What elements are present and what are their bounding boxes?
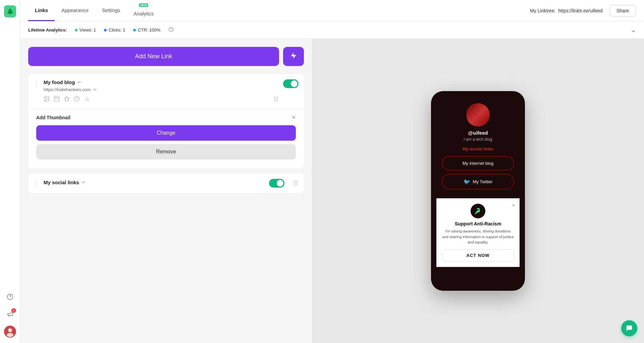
ctr-dot xyxy=(133,29,136,31)
phone-avatar xyxy=(466,103,490,127)
views-dot xyxy=(75,29,77,31)
clicks-dot xyxy=(104,29,107,31)
app-logo[interactable]: 🌲 xyxy=(4,5,16,17)
cause-title: Support Anti-Racism xyxy=(455,221,501,226)
food-blog-link-card: ⋮ My food blog ✏ https://indiehackers.co… xyxy=(28,74,304,168)
megaphone-icon[interactable]: 3 xyxy=(4,308,16,320)
top-nav: Links Appearance Settings NEW Analytics … xyxy=(20,0,644,21)
linktree-url-link[interactable]: https://linktr.ee/uifeed xyxy=(558,8,602,13)
phone-frame: @uifeed I am a tech blog My social links… xyxy=(431,91,525,291)
ctr-stat: CTR: 100% xyxy=(133,27,160,32)
cause-cta-button[interactable]: ACT NOW xyxy=(442,249,514,262)
svg-point-3 xyxy=(8,328,12,332)
edit-title-icon[interactable]: ✏ xyxy=(77,80,81,85)
social-links-content: My social links ✏ xyxy=(44,180,265,187)
phone-screen: @uifeed I am a tech blog My social links… xyxy=(436,96,520,284)
link-content: My food blog ✏ https://indiehackers.com … xyxy=(44,79,279,103)
analytics-label: Lifetime Analytics: xyxy=(28,27,67,32)
svg-point-8 xyxy=(45,97,46,98)
social-toggle[interactable] xyxy=(269,179,284,188)
share-button[interactable]: Share xyxy=(609,5,636,16)
change-thumbnail-button[interactable]: Change xyxy=(36,125,296,141)
edit-social-icon[interactable]: ✏ xyxy=(82,180,86,185)
analytics-bar: Lifetime Analytics: Views: 1 Clicks: 1 C… xyxy=(20,21,644,39)
nav-tabs: Links Appearance Settings NEW Analytics xyxy=(28,0,160,21)
cause-chevron-icon[interactable]: ⌄ xyxy=(511,201,516,207)
notification-badge: 3 xyxy=(11,308,16,313)
social-drag-handle[interactable]: ⋮ xyxy=(34,179,40,188)
tab-links[interactable]: Links xyxy=(28,0,55,21)
social-links-wrapper: ⋮ My social links ✏ xyxy=(28,174,304,193)
clicks-stat: Clicks: 1 xyxy=(104,27,125,32)
edit-url-icon[interactable]: ✏ xyxy=(93,87,97,92)
link-title: My food blog xyxy=(44,79,75,85)
link-toggle[interactable] xyxy=(283,79,299,88)
analytics-expand-icon[interactable]: ⌄ xyxy=(631,26,636,34)
new-badge: NEW xyxy=(139,3,148,7)
phone-social-label: My social links xyxy=(463,146,493,151)
left-sidebar: 🌲 3 xyxy=(0,0,20,343)
phone-bio: I am a tech blog xyxy=(464,137,492,142)
thumbnail-close-icon[interactable]: ✕ xyxy=(291,114,296,121)
lightning-button[interactable] xyxy=(283,47,304,66)
phone-username: @uifeed xyxy=(468,130,488,136)
phone-profile: @uifeed I am a tech blog My social links… xyxy=(436,96,520,198)
analytics-help-icon[interactable] xyxy=(168,27,174,33)
add-new-link-button[interactable]: Add New Link xyxy=(28,47,279,66)
social-links-title: My social links xyxy=(44,180,79,185)
thumbnail-section: Add Thumbnail ✕ Change Remove xyxy=(28,109,304,168)
help-icon[interactable] xyxy=(4,291,16,303)
twitter-icon: 🐦 xyxy=(464,179,470,185)
star-icon[interactable] xyxy=(64,96,70,103)
tab-settings[interactable]: Settings xyxy=(95,0,127,21)
drag-handle[interactable]: ⋮ xyxy=(34,79,40,88)
thumbnail-title: Add Thumbnail xyxy=(36,115,70,120)
phone-link-twitter[interactable]: 🐦 My Twitter xyxy=(442,174,514,190)
right-panel: @uifeed I am a tech blog My social links… xyxy=(312,39,644,343)
left-panel: Add New Link ⋮ My food blog ✏ https:// xyxy=(20,39,312,343)
phone-link-internet-blog[interactable]: My internet blog xyxy=(442,156,514,170)
content-split: Add New Link ⋮ My food blog ✏ https:// xyxy=(20,39,644,343)
chat-fab-button[interactable] xyxy=(621,320,637,336)
link-url: https://indiehackers.com xyxy=(44,87,91,92)
tab-analytics[interactable]: NEW Analytics xyxy=(127,0,160,21)
analytics-icon[interactable] xyxy=(84,96,90,103)
cause-description: I'm raising awareness, driving donations… xyxy=(442,228,514,245)
cause-logo xyxy=(471,204,485,218)
svg-marker-10 xyxy=(64,96,69,101)
image-icon[interactable] xyxy=(54,96,60,103)
social-links-card: ⋮ My social links ✏ xyxy=(28,174,304,193)
schedule-icon[interactable] xyxy=(74,96,80,103)
linktree-url-section: My Linktree: https://linktr.ee/uifeed xyxy=(530,8,603,13)
tab-appearance[interactable]: Appearance xyxy=(55,0,95,21)
svg-point-4 xyxy=(7,333,13,337)
views-stat: Views: 1 xyxy=(75,27,96,32)
cause-card: ⌄ Support Anti-Racism I'm raising awaren… xyxy=(436,198,520,267)
social-delete-icon[interactable] xyxy=(292,180,299,187)
user-avatar[interactable] xyxy=(4,326,16,338)
thumbnail-icon[interactable] xyxy=(44,96,50,103)
add-link-row: Add New Link xyxy=(28,47,304,66)
delete-icon[interactable] xyxy=(273,95,279,103)
remove-thumbnail-button[interactable]: Remove xyxy=(36,144,296,159)
